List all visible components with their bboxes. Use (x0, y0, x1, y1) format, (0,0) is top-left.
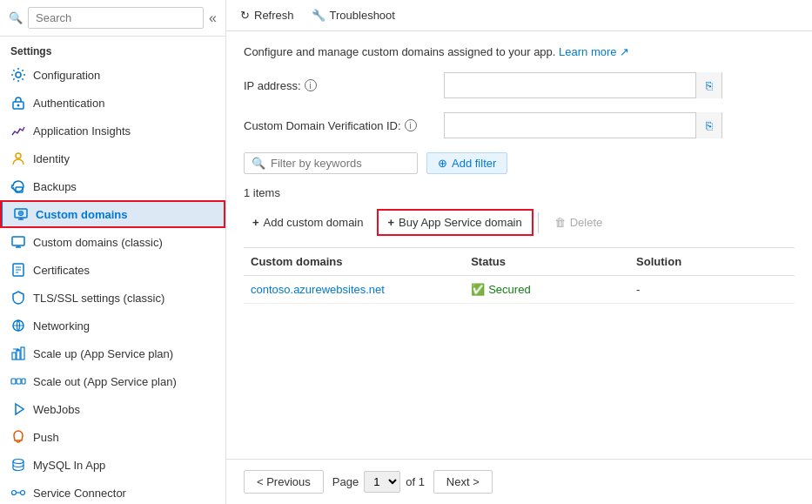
sidebar-item-tls-ssl-settings[interactable]: TLS/SSL settings (classic) (0, 284, 225, 312)
pagination: < Previous Page 1 of 1 Next > (226, 459, 812, 504)
add-custom-domain-button[interactable]: + Add custom domain (244, 212, 372, 233)
verification-id-info-icon[interactable]: i (405, 119, 417, 131)
search-bar: 🔍 « (0, 0, 225, 37)
next-button[interactable]: Next > (433, 470, 493, 494)
service-connector-icon (10, 485, 26, 501)
table-header-status: Status (464, 255, 629, 268)
sidebar-label-push: Push (33, 431, 59, 444)
sidebar-item-mysql-in-app[interactable]: MySQL In App (0, 451, 225, 479)
previous-button[interactable]: < Previous (244, 470, 324, 494)
ip-address-copy-button[interactable]: ⎘ (695, 72, 721, 98)
svg-point-18 (12, 491, 17, 495)
troubleshoot-button[interactable]: 🔧 Troubleshoot (312, 9, 395, 22)
svg-point-3 (16, 153, 21, 158)
identity-icon (10, 151, 26, 166)
mysql-in-app-icon (10, 457, 26, 473)
sidebar: 🔍 « Settings ConfigurationAuthentication… (0, 0, 226, 504)
sidebar-item-certificates[interactable]: Certificates (0, 256, 225, 284)
svg-point-2 (17, 104, 20, 107)
sidebar-item-authentication[interactable]: Authentication (0, 89, 225, 117)
authentication-icon (10, 95, 26, 111)
refresh-label: Refresh (254, 9, 294, 22)
toolbar: ↻ Refresh 🔧 Troubleshoot (226, 0, 812, 31)
scale-up-icon (10, 346, 26, 361)
delete-label: Delete (570, 216, 603, 229)
sidebar-item-custom-domains-classic[interactable]: Custom domains (classic) (0, 228, 225, 256)
sidebar-label-backups: Backups (33, 180, 77, 193)
ip-address-info-icon[interactable]: i (305, 79, 317, 91)
push-icon (10, 429, 26, 445)
page-select[interactable]: 1 (364, 471, 400, 493)
collapse-button[interactable]: « (209, 10, 217, 26)
filter-bar: 🔍 ⊕ Add filter (244, 152, 795, 174)
search-input[interactable] (28, 7, 204, 29)
sidebar-label-scale-out: Scale out (App Service plan) (33, 375, 177, 388)
verification-id-copy-button[interactable]: ⎘ (695, 112, 721, 138)
sidebar-label-certificates: Certificates (33, 264, 90, 277)
filter-input-box: 🔍 (244, 152, 418, 174)
scale-out-icon (10, 373, 26, 389)
action-divider (538, 212, 539, 233)
svg-point-19 (21, 491, 25, 495)
sidebar-label-custom-domains: Custom domains (36, 208, 127, 221)
verification-id-input[interactable] (445, 116, 695, 136)
configuration-icon (10, 67, 26, 83)
search-icon: 🔍 (9, 11, 23, 24)
delete-button[interactable]: 🗑 Delete (546, 212, 612, 233)
learn-more-link[interactable]: Learn more ↗ (559, 45, 629, 58)
action-bar: + Add custom domain + Buy App Service do… (244, 212, 795, 233)
ip-address-input-box: ⎘ (444, 72, 722, 98)
settings-section-label: Settings (0, 37, 225, 61)
add-filter-button[interactable]: ⊕ Add filter (426, 152, 507, 174)
svg-rect-13 (11, 379, 16, 384)
sidebar-item-configuration[interactable]: Configuration (0, 61, 225, 89)
domain-link[interactable]: contoso.azurewebsites.net (251, 283, 385, 296)
refresh-icon: ↻ (240, 9, 250, 22)
buy-app-service-domain-label: Buy App Service domain (399, 216, 522, 229)
sidebar-label-identity: Identity (33, 152, 70, 165)
sidebar-label-configuration: Configuration (33, 69, 100, 82)
filter-search-icon: 🔍 (252, 157, 265, 170)
svg-rect-12 (21, 347, 24, 360)
items-count: 1 items (244, 186, 795, 199)
sidebar-item-custom-domains[interactable]: Custom domains (0, 200, 225, 228)
troubleshoot-icon: 🔧 (312, 9, 325, 22)
add-filter-icon: ⊕ (438, 157, 447, 170)
buy-app-service-domain-button[interactable]: + Buy App Service domain (379, 212, 531, 233)
certificates-icon (10, 262, 26, 278)
troubleshoot-label: Troubleshoot (330, 9, 395, 22)
domains-table: Custom domains Status Solution contoso.a… (244, 247, 795, 304)
table-cell-solution: - (629, 283, 795, 296)
sidebar-item-webjobs[interactable]: WebJobs (0, 395, 225, 423)
svg-point-0 (16, 72, 21, 77)
sidebar-item-push[interactable]: Push (0, 423, 225, 451)
table-header-domains: Custom domains (244, 255, 464, 268)
sidebar-item-service-connector[interactable]: Service Connector (0, 479, 225, 504)
ip-address-input[interactable] (445, 76, 695, 96)
of-label: of 1 (406, 475, 425, 488)
sidebar-item-scale-up[interactable]: Scale up (App Service plan) (0, 339, 225, 367)
status-text: Secured (488, 283, 530, 296)
sidebar-label-scale-up: Scale up (App Service plan) (33, 347, 173, 360)
tls-ssl-settings-icon (10, 290, 26, 306)
verification-id-input-box: ⎘ (444, 112, 722, 138)
sidebar-item-backups[interactable]: Backups (0, 172, 225, 200)
table-header: Custom domains Status Solution (244, 248, 795, 276)
svg-point-17 (13, 460, 23, 464)
ip-address-label: IP address: i (244, 79, 435, 92)
filter-input[interactable] (271, 157, 417, 170)
delete-icon: 🗑 (554, 216, 566, 229)
sidebar-item-networking[interactable]: Networking (0, 312, 225, 339)
sidebar-item-identity[interactable]: Identity (0, 144, 225, 172)
verification-id-row: Custom Domain Verification ID: i ⎘ (244, 112, 795, 138)
sidebar-item-application-insights[interactable]: Application Insights (0, 117, 225, 144)
sidebar-label-application-insights: Application Insights (33, 124, 131, 138)
buy-app-service-domain-icon: + (388, 216, 395, 229)
page-label: Page (332, 475, 359, 488)
refresh-button[interactable]: ↻ Refresh (240, 9, 294, 22)
sidebar-label-tls-ssl-settings: TLS/SSL settings (classic) (33, 292, 164, 305)
webjobs-icon (10, 401, 26, 417)
sidebar-item-scale-out[interactable]: Scale out (App Service plan) (0, 367, 225, 395)
table-row: contoso.azurewebsites.net✅Secured- (244, 276, 795, 304)
custom-domains-icon (13, 206, 29, 222)
